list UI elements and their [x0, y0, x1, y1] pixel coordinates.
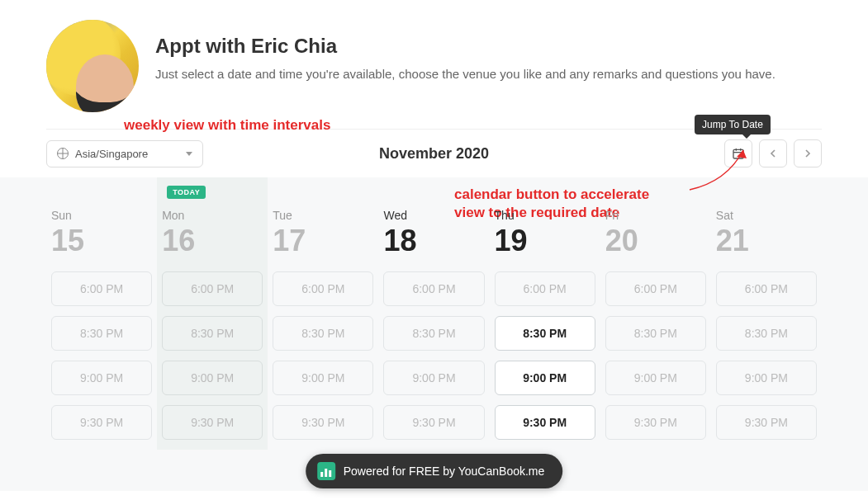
day-number: 17	[273, 224, 373, 258]
timezone-select[interactable]: Asia/Singapore	[46, 140, 203, 167]
time-slot[interactable]: 8:30 PM	[605, 316, 706, 351]
day-column: Tue176:00 PM8:30 PM9:00 PM9:30 PM	[268, 177, 378, 450]
day-of-week-label: Thu	[495, 209, 595, 222]
ycbm-logo-icon	[317, 462, 335, 480]
time-slot[interactable]: 8:30 PM	[273, 316, 373, 351]
time-slot[interactable]: 6:00 PM	[383, 271, 484, 306]
time-slot[interactable]: 9:00 PM	[716, 361, 817, 395]
time-slot[interactable]: 9:00 PM	[605, 361, 706, 395]
svg-rect-0	[733, 149, 743, 158]
time-slot[interactable]: 9:00 PM	[51, 361, 152, 395]
time-slot[interactable]: 8:30 PM	[162, 316, 263, 351]
jump-to-date-tooltip: Jump To Date	[695, 115, 771, 134]
day-of-week-label: Sat	[716, 209, 817, 222]
time-slot[interactable]: 6:00 PM	[51, 271, 152, 306]
page-subtitle: Just select a date and time you're avail…	[155, 66, 776, 83]
time-slot[interactable]: 6:00 PM	[495, 271, 595, 306]
avatar	[46, 20, 139, 112]
week-grid: Sun156:00 PM8:30 PM9:00 PM9:30 PMTODAYMo…	[46, 177, 822, 450]
time-slot[interactable]: 6:00 PM	[605, 271, 706, 306]
time-slot[interactable]: 6:00 PM	[162, 271, 263, 306]
chevron-left-icon	[766, 147, 780, 160]
day-column: Fri206:00 PM8:30 PM9:00 PM9:30 PM	[600, 177, 711, 450]
time-slot[interactable]: 9:30 PM	[383, 405, 484, 440]
page-title: Appt with Eric Chia	[155, 35, 776, 58]
time-slot[interactable]: 6:00 PM	[273, 271, 373, 306]
day-number: 16	[162, 224, 263, 258]
jump-to-date-button[interactable]	[724, 139, 752, 167]
day-of-week-label: Fri	[605, 209, 706, 222]
chevron-right-icon	[801, 147, 814, 160]
day-of-week-label: Tue	[273, 209, 373, 222]
chevron-down-icon	[186, 152, 192, 156]
time-slot[interactable]: 9:30 PM	[605, 405, 706, 440]
time-slot[interactable]: 9:30 PM	[162, 405, 263, 440]
day-number: 21	[716, 224, 817, 258]
day-column: Sun156:00 PM8:30 PM9:00 PM9:30 PM	[46, 177, 157, 450]
time-slot[interactable]: 9:00 PM	[495, 361, 595, 395]
nav-group: Jump To Date	[724, 139, 822, 167]
time-slot[interactable]: 8:30 PM	[495, 316, 595, 351]
time-slot[interactable]: 8:30 PM	[716, 316, 817, 351]
calendar-icon	[732, 147, 745, 160]
day-number: 18	[383, 224, 484, 258]
time-slot[interactable]: 9:30 PM	[495, 405, 595, 440]
time-slot[interactable]: 9:30 PM	[716, 405, 817, 440]
time-slot[interactable]: 9:00 PM	[162, 361, 263, 395]
day-of-week-label: Sun	[51, 209, 152, 222]
next-week-button[interactable]	[794, 139, 822, 167]
time-slot[interactable]: 6:00 PM	[716, 271, 817, 306]
calendar-area: Sun156:00 PM8:30 PM9:00 PM9:30 PMTODAYMo…	[0, 177, 868, 491]
time-slot[interactable]: 9:30 PM	[273, 405, 373, 440]
month-label: November 2020	[379, 145, 489, 163]
toolbar: Asia/Singapore November 2020 Jump To Dat…	[0, 130, 868, 177]
day-column: Thu196:00 PM8:30 PM9:00 PM9:30 PM	[490, 177, 600, 450]
timezone-label: Asia/Singapore	[75, 148, 148, 160]
prev-week-button[interactable]	[759, 139, 787, 167]
powered-by-text: Powered for FREE by YouCanBook.me	[344, 465, 545, 478]
time-slot[interactable]: 9:30 PM	[51, 405, 152, 440]
header-text: Appt with Eric Chia Just select a date a…	[155, 20, 776, 83]
day-column: TODAYMon166:00 PM8:30 PM9:00 PM9:30 PM	[157, 177, 268, 450]
day-number: 20	[605, 224, 706, 258]
day-of-week-label: Mon	[162, 209, 263, 222]
day-number: 19	[495, 224, 595, 258]
day-number: 15	[51, 224, 152, 258]
powered-by-pill[interactable]: Powered for FREE by YouCanBook.me	[306, 454, 563, 488]
time-slot[interactable]: 8:30 PM	[51, 316, 152, 351]
time-slot[interactable]: 9:00 PM	[383, 361, 484, 395]
globe-icon	[57, 148, 69, 159]
today-badge: TODAY	[167, 186, 206, 199]
time-slot[interactable]: 9:00 PM	[273, 361, 373, 395]
day-column: Sat216:00 PM8:30 PM9:00 PM9:30 PM	[711, 177, 822, 450]
day-of-week-label: Wed	[383, 209, 484, 222]
day-column: Wed186:00 PM8:30 PM9:00 PM9:30 PM	[378, 177, 489, 450]
page-header: Appt with Eric Chia Just select a date a…	[0, 0, 868, 122]
time-slot[interactable]: 8:30 PM	[383, 316, 484, 351]
